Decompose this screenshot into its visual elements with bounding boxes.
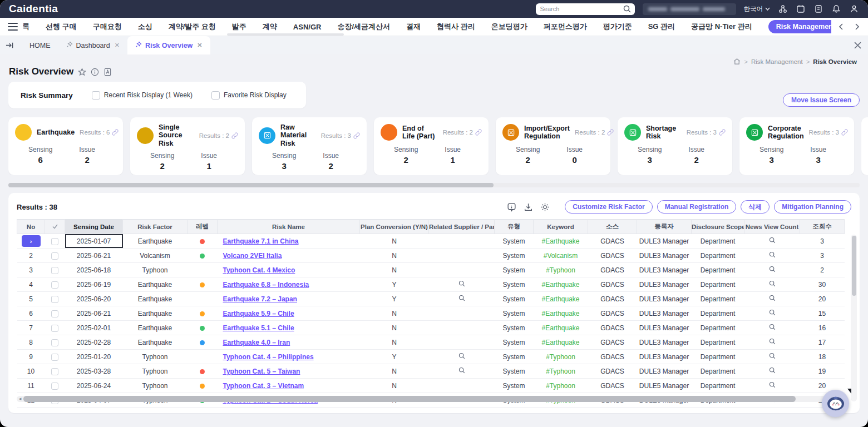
row-checkbox[interactable] [51,296,58,303]
row-checkbox[interactable] [51,281,58,289]
cell-news-view-count[interactable] [744,321,800,335]
menu-scrollbar[interactable] [227,33,344,36]
collapse-panel-icon[interactable] [6,36,14,54]
tab-dashboard[interactable]: Dashboard✕ [58,36,127,54]
cell-risk-name[interactable]: Typhoon Cat. 5 – Taiwan [218,364,360,379]
cell-risk-name[interactable]: Earthquake 5.9 – Chile [218,306,360,321]
column-header-no[interactable]: No [17,220,45,234]
scroll-left-arrow-icon[interactable]: ◄ [17,396,23,401]
check-icon[interactable] [52,224,58,231]
cell-checkbox[interactable] [45,277,65,292]
column-header-related[interactable]: Related Supplier / Parts [429,220,495,234]
table-row[interactable]: 42025-06-19EarthquakeEarthquake 6.8 – In… [17,277,845,292]
table-row[interactable]: 82025-02-28EarthquakeEarthquake 4.0 – Ir… [17,335,845,350]
pin-icon[interactable] [66,41,73,49]
cell-news-view-count[interactable] [744,263,800,277]
menu-item[interactable]: 선행 구매 [46,22,77,32]
cell-checkbox[interactable] [45,379,65,393]
column-header-type[interactable]: 유형 [495,220,534,234]
risk-card[interactable]: Corporate Regulation Results : 3 Sensing… [739,117,854,175]
column-header-name[interactable]: Risk Name [218,220,360,234]
search-input[interactable] [540,6,619,12]
checkbox-box[interactable] [92,91,100,100]
news-view-search-icon[interactable] [768,309,776,316]
menu-item[interactable]: 결재 [406,22,421,32]
row-checkbox[interactable] [51,310,58,317]
column-header-disclosure[interactable]: Disclosure Scope [692,220,744,234]
news-view-search-icon[interactable] [768,294,776,302]
table-hscroll-thumb[interactable] [23,396,796,402]
favorite-star-icon[interactable] [78,68,86,76]
favorite-risk-checkbox[interactable]: Favorite Risk Display [211,91,287,100]
manual-note-icon[interactable] [103,68,112,76]
cell-checkbox[interactable] [45,364,65,379]
risk-card[interactable] [861,117,868,175]
column-header-keyword[interactable]: Keyword [534,220,588,234]
row-checkbox[interactable] [51,383,58,390]
tab-home[interactable]: HOME [22,36,58,54]
table-action-button[interactable]: Manual Registration [657,200,737,214]
cell-risk-name[interactable]: Earthquake 7.2 – Japan [218,292,360,306]
table-row[interactable]: 52025-06-20EarthquakeEarthquake 7.2 – Ja… [17,292,845,306]
cell-news-view-count[interactable] [744,234,800,249]
cell-checkbox[interactable] [45,249,65,263]
table-action-button[interactable]: Mitigation Planning [774,200,851,214]
table-vscroll-thumb[interactable] [852,236,856,296]
download-icon[interactable] [524,202,533,212]
column-header-source[interactable]: 소스 [588,220,637,234]
column-header-news[interactable]: News View Count [744,220,800,234]
cell-risk-name[interactable]: Typhoon Cat. 4 – Philippines [218,350,360,364]
link-icon[interactable] [231,132,238,139]
risk-name-link[interactable]: Typhoon Cat. 4 – Philippines [223,353,314,361]
menu-item[interactable]: 발주 [232,22,246,32]
table-row[interactable]: 112025-06-24TyphoonTyphoon Cat. 3 – Viet… [17,379,845,393]
menu-item[interactable]: 록 [23,22,29,32]
breadcrumb-item[interactable]: Risk Management [751,58,803,65]
cards-scrollbar-thumb[interactable] [8,183,494,187]
risk-card[interactable]: Import/Export Regulation Results : 2 Sen… [496,117,610,175]
cell-news-view-count[interactable] [744,249,800,263]
chatbot-avatar[interactable] [822,390,849,417]
cell-related-supplier[interactable] [429,350,495,364]
table-vertical-scrollbar[interactable] [851,235,857,401]
close-icon[interactable] [854,36,861,54]
link-icon[interactable] [841,129,848,136]
table-row[interactable]: 102025-03-28TyphoonTyphoon Cat. 5 – Taiw… [17,364,845,379]
menu-item[interactable]: 소싱 [138,22,152,32]
news-view-search-icon[interactable] [768,366,776,374]
cell-risk-name[interactable]: Typhoon Cat. 4 Mexico [218,263,360,277]
column-header-registrant[interactable]: 등록자 [637,220,692,234]
org-chart-icon[interactable] [778,4,788,14]
risk-card[interactable]: Raw Material Risk Results : 3 Sensing3 I… [252,117,367,175]
risk-name-link[interactable]: Typhoon Cat. 3 – Vietnam [223,382,304,390]
column-header-level[interactable]: 레벨 [188,220,218,234]
menu-item[interactable]: 계약 [263,22,277,32]
column-header-check[interactable] [45,220,65,234]
menu-item[interactable]: 공급망 N-Tier 관리 [691,22,752,32]
news-view-search-icon[interactable] [768,323,776,331]
tooltip-message-icon[interactable] [507,202,516,212]
cell-risk-name[interactable]: Earthquake 7.1 in China [218,234,360,249]
table-action-button[interactable]: 삭제 [741,200,770,214]
related-search-icon[interactable] [458,294,466,302]
risk-name-link[interactable]: Earthquake 6.8 – Indonesia [223,281,309,289]
cell-related-supplier[interactable] [429,277,495,292]
table-row[interactable]: 62025-06-21EarthquakeEarthquake 5.9 – Ch… [17,306,845,321]
cell-checkbox[interactable] [45,263,65,277]
profile-icon[interactable] [849,4,859,14]
link-icon[interactable] [112,129,119,136]
risk-name-link[interactable]: Earthquake 4.0 – Iran [223,339,290,346]
row-checkbox[interactable] [51,252,58,260]
cell-risk-name[interactable]: Volcano 2VEI Italia [218,249,360,263]
menu-item[interactable]: 협력사 관리 [437,22,475,32]
cards-scrollbar[interactable] [8,183,860,187]
risk-card[interactable]: Shortage Risk Results : 3 Sensing3 Issue… [618,117,732,175]
table-row[interactable]: 72025-02-01EarthquakeEarthquake 5.1 – Ch… [17,321,845,335]
calendar-icon[interactable] [796,4,806,14]
cell-checkbox[interactable] [45,335,65,350]
cell-news-view-count[interactable] [744,364,800,379]
tab-close-icon[interactable]: ✕ [197,42,202,49]
menu-item[interactable]: 퍼포먼스평가 [544,22,587,32]
risk-name-link[interactable]: Earthquake 7.2 – Japan [223,295,297,303]
risk-name-link[interactable]: Earthquake 5.1 – Chile [223,324,294,332]
